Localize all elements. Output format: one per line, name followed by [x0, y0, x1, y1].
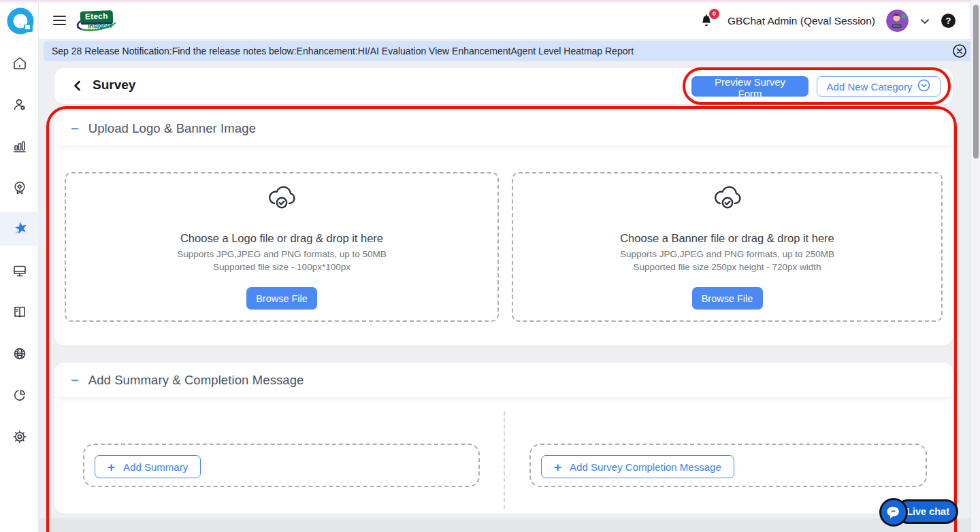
desktop-icon [12, 263, 28, 279]
add-survey-completion-message-button[interactable]: + Add Survey Completion Message [541, 455, 734, 478]
cloud-upload-icon [266, 184, 297, 214]
notification-badge: 0 [709, 9, 719, 19]
sidebar-item-reports[interactable] [0, 125, 39, 167]
sidebar-item-web[interactable] [0, 333, 39, 374]
user-settings-icon [12, 97, 28, 113]
globe-icon [12, 346, 28, 362]
live-chat-label: Live chat [906, 506, 949, 517]
collapse-minus-icon[interactable]: − [71, 122, 79, 135]
help-icon[interactable]: ? [941, 14, 956, 28]
top-header-bar: Etech Insights 0 GBChat Admin (Qeval Ses… [39, 3, 980, 39]
page-scrollbar[interactable] [970, 0, 980, 532]
survey-header-card: Survey Preview Survey Form Add New Categ… [54, 68, 953, 104]
upload-logo-banner-section: − Upload Logo & Banner Image Choose a Lo… [54, 111, 953, 346]
add-completion-label: Add Survey Completion Message [570, 461, 721, 473]
logo-browse-file-button[interactable]: Browse File [246, 287, 317, 310]
summary-completion-section: − Add Summary & Completion Message + Add… [54, 363, 953, 514]
completion-message-dropzone: + Add Survey Completion Message [529, 444, 927, 487]
topbar-right-cluster: 0 GBChat Admin (Qeval Session) ? [699, 3, 956, 39]
scrollbar-thumb[interactable] [973, 5, 979, 159]
add-summary-label: Add Summary [123, 461, 188, 473]
cloud-upload-icon [712, 184, 743, 214]
survey-star-icon [11, 220, 29, 237]
user-menu-chevron-down-icon[interactable] [919, 16, 930, 27]
logo-dropzone-formats: Supports JPG,JPEG and PNG formats, up to… [177, 249, 387, 259]
sidebar-item-quality[interactable] [0, 167, 39, 208]
qeval-logo[interactable] [6, 7, 36, 37]
banner-dropzone-size: Supported file size 250px height - 720px… [633, 262, 821, 272]
banner-browse-file-button[interactable]: Browse File [692, 287, 763, 310]
banner-upload-dropzone[interactable]: Choose a Banner file or drag & drop it h… [512, 172, 943, 322]
sidebar-item-settings[interactable] [0, 416, 39, 457]
pie-chart-icon [12, 387, 28, 403]
sidebar-item-analytics[interactable] [0, 374, 39, 416]
live-chat-bubble-icon [879, 498, 908, 527]
home-icon [12, 55, 28, 71]
menu-hamburger-icon[interactable] [53, 14, 67, 27]
logo-upload-dropzone[interactable]: Choose a Logo file or drag & drop it her… [65, 172, 499, 322]
summary-section-header: − Add Summary & Completion Message [54, 363, 953, 398]
upload-section-title: Upload Logo & Banner Image [88, 121, 256, 136]
book-icon [12, 304, 28, 320]
sidebar-nav [0, 42, 39, 457]
notification-bell-icon[interactable]: 0 [699, 12, 717, 31]
add-new-category-button[interactable]: Add New Category [817, 76, 941, 97]
summary-section-title: Add Summary & Completion Message [88, 373, 304, 388]
plus-icon: + [554, 461, 561, 473]
back-arrow-icon[interactable] [71, 78, 86, 93]
sidebar-item-home[interactable] [0, 42, 39, 84]
collapse-minus-icon[interactable]: − [71, 373, 79, 387]
add-summary-button[interactable]: + Add Summary [95, 455, 201, 478]
sidebar [0, 3, 39, 532]
user-session-label[interactable]: GBChat Admin (Qeval Session) [728, 15, 875, 27]
release-notification-text: Sep 28 Release Notification:Find the rel… [44, 46, 634, 56]
preview-survey-form-button[interactable]: Preview Survey Form [691, 76, 808, 97]
sidebar-item-library[interactable] [0, 291, 39, 333]
page-bottom-strip [39, 518, 980, 532]
bar-chart-icon [12, 138, 28, 154]
sidebar-item-users[interactable] [0, 84, 39, 125]
sidebar-item-monitoring[interactable] [0, 250, 39, 291]
user-avatar[interactable] [886, 10, 909, 32]
plus-icon: + [108, 461, 115, 473]
upload-section-header: − Upload Logo & Banner Image [54, 111, 953, 146]
section-vertical-divider [504, 412, 505, 509]
release-notification-banner: Sep 28 Release Notification:Find the rel… [44, 41, 975, 61]
logo-line2: Insights [88, 21, 113, 29]
quality-badge-icon [12, 180, 28, 196]
etech-insights-logo: Etech Insights [76, 9, 121, 35]
banner-dropzone-formats: Supports JPG,JPEG and PNG formats, up to… [620, 249, 834, 259]
banner-close-icon[interactable] [952, 44, 967, 59]
page-title: Survey [93, 78, 135, 93]
banner-dropzone-title: Choose a Banner file or drag & drop it h… [620, 232, 834, 245]
logo-dropzone-title: Choose a Logo file or drag & drop it her… [180, 232, 383, 245]
live-chat-widget[interactable]: Live chat [896, 499, 958, 524]
sidebar-item-survey[interactable] [0, 212, 39, 246]
summary-dropzone: + Add Summary [83, 444, 480, 487]
gear-icon [12, 429, 28, 445]
add-new-category-label: Add New Category [827, 81, 913, 93]
logo-dropzone-size: Supported file size - 100px*100px [213, 262, 350, 272]
category-chevron-down-icon [917, 79, 930, 94]
